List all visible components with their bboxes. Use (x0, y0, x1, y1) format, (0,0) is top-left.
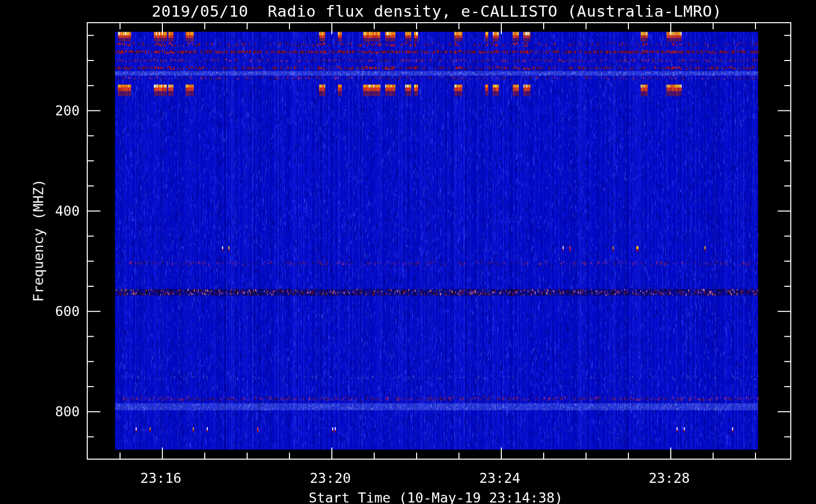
y-tick-label: 800 (48, 404, 80, 419)
y-tick-label: 600 (48, 304, 80, 319)
y-axis-title: Frequency (MHZ) (31, 179, 46, 302)
y-tick-label: 200 (48, 103, 80, 118)
x-axis-title: Start Time (10-May-19 23:14:38) (309, 490, 563, 504)
spectrogram-canvas (0, 0, 816, 504)
x-tick-label: 23:24 (475, 471, 525, 486)
callisto-spectrogram-page: { "title": "2019/05/10 Radio flux densit… (0, 0, 816, 504)
x-tick-label: 23:28 (644, 471, 694, 486)
plot-title: 2019/05/10 Radio flux density, e-CALLIST… (152, 2, 722, 20)
x-tick-label: 23:16 (136, 471, 186, 486)
x-tick-label: 23:20 (305, 471, 356, 486)
y-tick-label: 400 (48, 204, 80, 219)
